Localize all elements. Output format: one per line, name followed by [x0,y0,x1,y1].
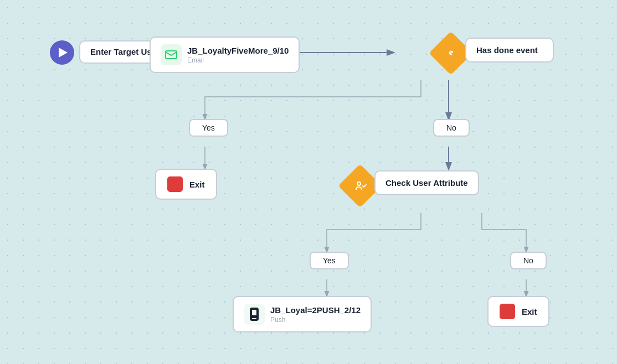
svg-point-8 [451,51,453,53]
envelope-icon [165,50,177,59]
push-node-text: JB_Loyal=2PUSH_2/12 Push [270,305,361,324]
no-branch-bottom[interactable]: No [510,252,547,269]
exit-bottom-node[interactable]: Exit [487,296,549,327]
email-icon-box [161,44,182,65]
yes-branch-top-label: Yes [202,123,215,132]
svg-rect-12 [252,310,256,315]
yes-branch-bottom[interactable]: Yes [310,252,349,269]
yes-branch-top[interactable]: Yes [189,119,228,137]
email-subtitle: Email [187,56,289,64]
email-node[interactable]: JB_LoyaltyFiveMore_9/10 Email [150,37,300,73]
svg-rect-11 [252,318,256,319]
yes-branch-bottom-label: Yes [323,256,336,265]
push-title: JB_Loyal=2PUSH_2/12 [270,305,361,315]
no-branch-bottom-label: No [523,256,533,265]
check-attribute-node[interactable]: Check User Attribute [374,170,479,195]
phone-icon [249,308,259,321]
start-node[interactable] [50,40,74,65]
exit-top-node[interactable]: Exit [155,169,217,200]
push-node[interactable]: JB_Loyal=2PUSH_2/12 Push [233,296,372,332]
exit-top-label: Exit [189,180,205,189]
no-branch-top[interactable]: No [433,119,470,137]
play-icon [59,48,68,58]
exit-top-icon [167,176,183,192]
push-subtitle: Push [270,316,361,324]
svg-point-9 [357,182,361,185]
push-icon-box [244,304,265,325]
exit-bottom-icon [500,304,515,319]
has-done-event-icon [435,38,466,69]
exit-bottom-label: Exit [522,307,537,316]
no-branch-top-label: No [446,123,456,132]
has-done-event-label: Has done event [476,45,538,55]
has-done-event-node[interactable]: Has done event [465,38,554,63]
email-title: JB_LoyaltyFiveMore_9/10 [187,46,289,55]
check-attribute-icon [345,170,376,201]
check-attribute-label: Check User Attribute [385,178,468,188]
email-node-text: JB_LoyaltyFiveMore_9/10 Email [187,46,289,64]
